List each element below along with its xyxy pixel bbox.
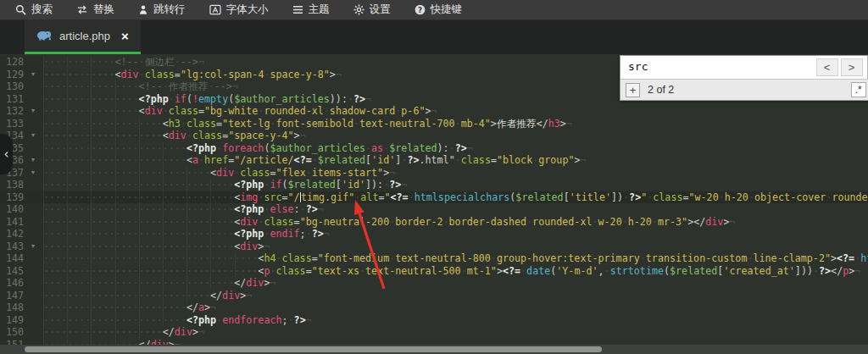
add-search-button[interactable]: + (626, 83, 640, 97)
fold-marker[interactable]: ▾ (29, 69, 43, 81)
code-text[interactable]: ····················</div>¬ (43, 326, 868, 339)
toolbar-shortcuts[interactable]: ?快捷键 (403, 0, 475, 20)
eol-marker: ¬ (566, 118, 572, 130)
toolbar-search[interactable]: 搜索 (3, 0, 64, 20)
code-line-139: 139································<img·… (0, 191, 868, 204)
toolbar-item-label: 跳转行 (153, 3, 186, 17)
code-text[interactable]: ····························<div·class="… (43, 167, 868, 180)
tab-article-php[interactable]: article.php × (25, 20, 141, 54)
code-text[interactable]: ····························</div>¬ (43, 290, 868, 302)
chevron-left-icon: ‹ (4, 148, 9, 161)
fold-spacer (29, 142, 43, 155)
search-input[interactable]: src (620, 61, 816, 74)
fold-marker[interactable]: ▾ (29, 154, 43, 167)
code-text[interactable]: ····················<h3·class="text-lg·f… (43, 118, 868, 130)
gutter-line-number[interactable]: 128 (0, 56, 29, 69)
gutter-line-number[interactable]: 144 (0, 252, 29, 265)
search-next-button[interactable]: > (841, 58, 863, 76)
code-line-144: 144····································<… (0, 252, 868, 265)
code-text[interactable]: ································<div·cla… (43, 216, 868, 229)
top-toolbar: 搜索替换跳转行字体大小主题设置?快捷键 (0, 0, 868, 20)
toolbar-settings[interactable]: 设置 (342, 0, 403, 20)
horizontal-scrollbar-track[interactable] (0, 345, 868, 354)
indent-whitespace: ································ (43, 191, 234, 203)
code-line-150: 150····················</div>¬ (0, 326, 868, 339)
code-text[interactable]: ································<?php·if… (43, 179, 868, 191)
toolbar-item-label: 快捷键 (431, 3, 463, 17)
gutter-line-number[interactable]: 141 (0, 216, 29, 229)
gutter-line-number[interactable]: 143 (0, 241, 29, 253)
code-text[interactable]: ····································<h4·… (43, 252, 868, 265)
code-text[interactable]: ································<?php·el… (43, 203, 868, 216)
toolbar-replace[interactable]: 替换 (64, 0, 126, 20)
gutter-line-number[interactable]: 150 (0, 326, 29, 339)
code-text[interactable]: ····················<div·class="space-y-… (43, 130, 868, 142)
code-text[interactable]: ································<?php·en… (43, 228, 868, 241)
code-text[interactable]: ····································<p·c… (43, 265, 868, 278)
code-line-147: 147····························</div>¬ (0, 290, 868, 302)
code-text[interactable]: ························<?php·endforeach… (43, 314, 868, 327)
toolbar-goto-line[interactable]: 跳转行 (126, 0, 198, 20)
indent-whitespace: ···················· (43, 326, 163, 338)
gutter-line-number[interactable]: 133 (0, 118, 29, 130)
code-editor[interactable]: 128············<!--·侧边栏·-->¬129▾········… (0, 54, 868, 354)
eol-marker: ¬ (365, 93, 371, 105)
gutter-line-number[interactable]: 129 (0, 69, 29, 81)
fold-spacer (29, 216, 43, 229)
code-text[interactable]: ························</a>¬ (43, 301, 868, 314)
code-text[interactable]: ························<a·href="/articl… (43, 154, 868, 167)
eol-marker: ¬ (581, 154, 587, 166)
gutter-line-number[interactable]: 148 (0, 301, 29, 314)
code-text[interactable]: ························<?php·foreach($a… (43, 142, 868, 155)
code-text[interactable]: ································<img·src… (43, 191, 868, 204)
toolbar-item-label: 搜索 (31, 3, 53, 17)
indent-whitespace: ································ (43, 203, 234, 215)
fold-marker[interactable]: ▾ (29, 241, 43, 253)
search-row: src < > All (620, 56, 868, 79)
indent-whitespace: ················ (43, 105, 139, 117)
code-text[interactable]: ································<div>¬ (43, 241, 868, 253)
search-options-row: + 2 of 2 .* Aa (620, 79, 868, 100)
search-panel: src < > All + 2 of 2 .* Aa (620, 55, 868, 101)
eol-marker: ¬ (246, 290, 252, 301)
horizontal-scrollbar-thumb[interactable] (25, 346, 602, 352)
gutter-line-number[interactable]: 139 (0, 191, 29, 204)
fold-marker[interactable]: ▾ (29, 167, 43, 180)
eol-marker: ¬ (300, 130, 306, 141)
eol-marker: ¬ (336, 69, 342, 80)
toolbar-item-label: 替换 (93, 3, 114, 17)
php-icon (36, 29, 52, 44)
indent-whitespace: ································ (43, 216, 234, 228)
fold-spacer (29, 228, 43, 241)
search-prev-button[interactable]: < (816, 58, 838, 76)
gutter-line-number[interactable]: 140 (0, 203, 29, 216)
indent-whitespace: ···························· (43, 167, 210, 179)
replace-icon (76, 4, 88, 15)
gutter-line-number[interactable]: 131 (0, 93, 29, 106)
indent-whitespace: ························ (43, 154, 186, 166)
tab-close-icon[interactable]: × (121, 30, 129, 42)
toolbar-theme[interactable]: 主题 (281, 0, 342, 20)
gutter-line-number[interactable]: 130 (0, 80, 29, 93)
gutter-line-number[interactable]: 132 (0, 105, 29, 118)
sidebar-collapse-handle[interactable]: ‹ (0, 134, 13, 174)
gutter-line-number[interactable]: 149 (0, 314, 29, 327)
gutter-line-number[interactable]: 145 (0, 265, 29, 278)
code-text[interactable]: ················<div·class="bg-white·rou… (43, 105, 868, 118)
gutter-line-number[interactable]: 138 (0, 179, 29, 191)
regex-toggle[interactable]: .* (851, 82, 866, 97)
code-line-138: 138································<?php… (0, 179, 868, 191)
eol-marker: ¬ (854, 265, 860, 277)
code-text[interactable]: ································</div>¬ (43, 277, 868, 290)
gutter-line-number[interactable]: 147 (0, 290, 29, 302)
fold-spacer (29, 252, 43, 265)
indent-whitespace: ································ (43, 179, 234, 191)
fold-marker[interactable]: ▾ (29, 105, 43, 118)
gutter-line-number[interactable]: 146 (0, 277, 29, 290)
indent-whitespace: ···················· (43, 118, 163, 130)
code-line-137: 137▾····························<div·cla… (0, 167, 868, 180)
font-size-icon (209, 4, 221, 15)
fold-marker[interactable]: ▾ (29, 130, 43, 142)
gutter-line-number[interactable]: 142 (0, 228, 29, 241)
toolbar-font-size[interactable]: 字体大小 (198, 0, 281, 20)
